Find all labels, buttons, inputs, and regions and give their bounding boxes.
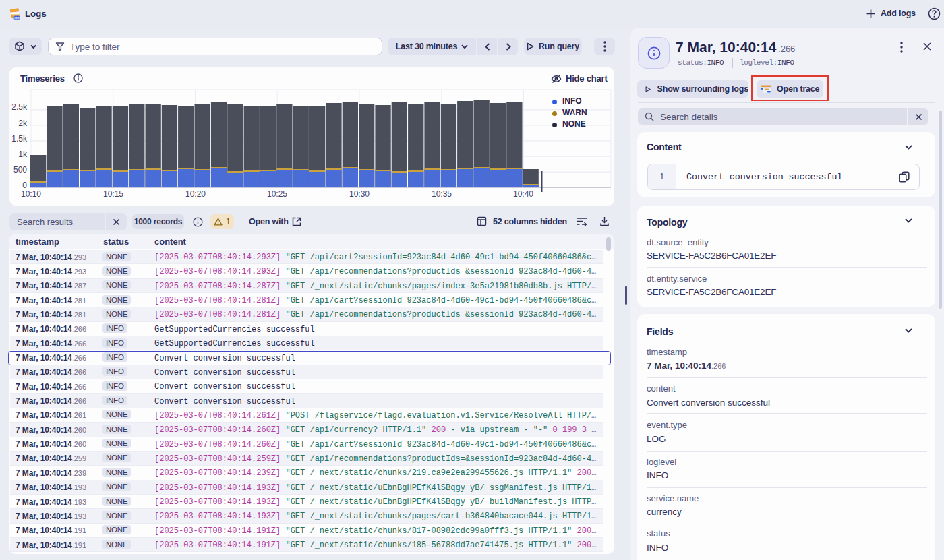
- svg-text:NEW: NEW: [14, 17, 19, 20]
